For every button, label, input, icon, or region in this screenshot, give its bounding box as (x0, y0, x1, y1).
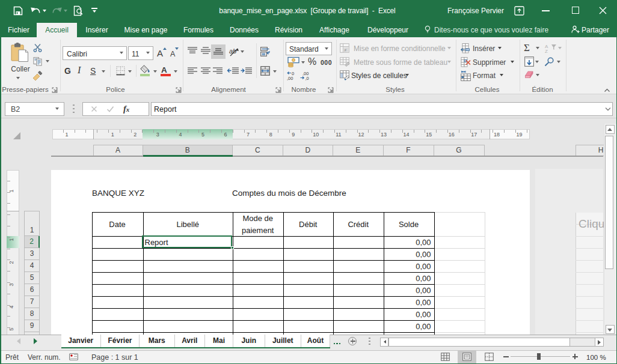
svg-text:Z: Z (545, 49, 548, 54)
svg-text:≠: ≠ (345, 48, 347, 52)
svg-text:,0: ,0 (305, 76, 309, 81)
svg-text:,00: ,00 (287, 76, 293, 81)
